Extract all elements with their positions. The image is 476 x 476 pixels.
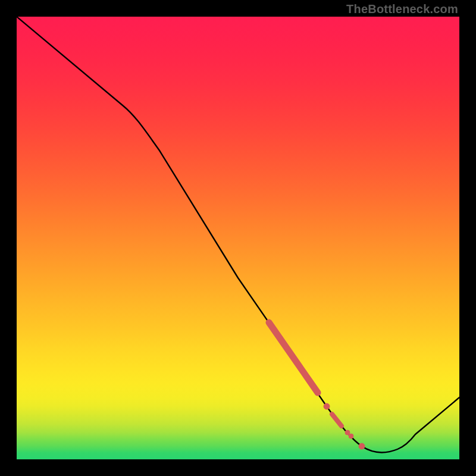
svg-point-3	[345, 430, 350, 435]
svg-point-1	[324, 403, 330, 409]
watermark-text: TheBottleneck.com	[346, 2, 458, 16]
bottleneck-chart	[17, 17, 459, 459]
gradient-background	[17, 17, 459, 459]
svg-point-4	[349, 434, 353, 439]
svg-point-5	[359, 443, 365, 449]
